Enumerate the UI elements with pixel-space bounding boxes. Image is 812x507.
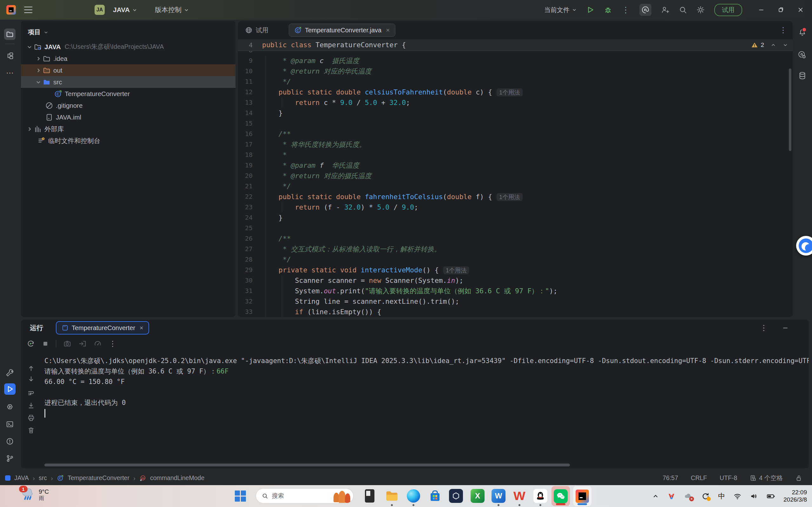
caret-position-widget[interactable]: 76:57 — [663, 474, 678, 482]
console-kebab-icon[interactable]: ⋮ — [109, 339, 116, 348]
scroll-to-end-icon[interactable] — [27, 401, 36, 410]
code-line-8[interactable]: 8 * — [238, 51, 793, 55]
code-line-23[interactable]: 23 return (f - 32.0) * 5.0 / 9.0; — [238, 202, 793, 213]
windows-start-button[interactable] — [235, 491, 246, 502]
project-tool-button[interactable] — [4, 29, 15, 40]
console-horizontal-scrollbar[interactable] — [44, 463, 570, 466]
code-line-13[interactable]: 13 return c * 9.0 / 5.0 + 32.0; — [238, 97, 793, 108]
chevron-right-icon[interactable] — [34, 55, 43, 62]
minimize-button[interactable] — [758, 7, 764, 13]
code-line-25[interactable]: 25 — [238, 223, 793, 233]
tree-item-.gitignore[interactable]: .gitignore — [21, 100, 236, 111]
tree-item-JAVA[interactable]: JAVAC:\Users\朱彦硕\IdeaProjects\JAVA — [21, 41, 236, 53]
project-panel-header[interactable]: 项目 — [21, 21, 236, 41]
speaker-icon[interactable] — [750, 492, 758, 500]
hide-tool-window-icon[interactable] — [782, 325, 789, 331]
chevron-right-icon[interactable] — [26, 125, 34, 133]
trial-button[interactable]: 试用 — [714, 4, 742, 16]
taskbar-qq[interactable] — [533, 489, 548, 503]
encoding-widget[interactable]: UTF-8 — [720, 474, 737, 482]
search-everywhere-button[interactable] — [679, 6, 687, 14]
taskbar-dark-app[interactable] — [449, 489, 463, 503]
code-line-24[interactable]: 24 } — [238, 213, 793, 223]
wps-tray-icon[interactable] — [667, 492, 675, 500]
taskbar-edge[interactable] — [406, 489, 421, 503]
code-line-30[interactable]: 30 Scanner scanner = new Scanner(System.… — [238, 275, 793, 286]
breadcrumb-module[interactable]: JAVA — [14, 474, 29, 482]
run-tab[interactable]: TemperatureConverter × — [56, 321, 149, 335]
prev-problem-icon[interactable] — [770, 42, 776, 48]
taskbar-word[interactable]: W — [491, 489, 506, 503]
tree-item-src[interactable]: src — [21, 76, 236, 88]
close-run-tab-icon[interactable]: × — [140, 324, 143, 332]
ai-assistant-button[interactable] — [640, 4, 651, 16]
code-line-32[interactable]: 32 String line = scanner.nextLine().trim… — [238, 296, 793, 306]
more-tool-windows-button[interactable]: ⋯ — [4, 67, 15, 79]
line-separator-widget[interactable]: CRLF — [691, 474, 707, 482]
wifi-icon[interactable] — [733, 492, 742, 500]
indent-widget[interactable]: 4 个空格 — [750, 474, 783, 482]
cloud-sync-error-icon[interactable]: × — [684, 492, 693, 501]
tree-item-out[interactable]: out — [21, 64, 236, 76]
git-tool-button[interactable] — [4, 453, 15, 464]
chevron-right-icon[interactable] — [34, 67, 43, 74]
usages-inlay-hint[interactable]: 1个用法 — [497, 193, 523, 201]
down-stacktrace-icon[interactable] — [27, 375, 36, 383]
code-line-28[interactable]: 28 */ — [238, 254, 793, 265]
run-options-kebab-icon[interactable]: ⋮ — [760, 324, 768, 332]
code-line-22[interactable]: 22 public static double fahrenheitToCels… — [238, 191, 793, 202]
battery-icon[interactable] — [766, 492, 775, 501]
breadcrumb-class[interactable]: TemperatureConverter — [67, 474, 130, 482]
tree-item-临时文件和控制台[interactable]: 临时文件和控制台 — [21, 135, 236, 147]
code-line-20[interactable]: 20 * @return 对应的摄氏温度 — [238, 171, 793, 181]
tree-item-TemperatureConverter[interactable]: CTemperatureConverter — [21, 88, 236, 100]
profiler-button[interactable] — [94, 340, 102, 348]
code-line-29[interactable]: 29 private static void interactiveMode()… — [238, 265, 793, 275]
more-actions-button[interactable]: ⋮ — [622, 5, 630, 15]
chevron-down-icon[interactable] — [26, 43, 34, 51]
ai-chat-tool-button[interactable] — [797, 49, 808, 60]
ime-indicator[interactable]: 中 — [718, 492, 725, 501]
taskbar-file-explorer[interactable] — [385, 489, 399, 503]
database-tool-button[interactable] — [797, 70, 808, 81]
project-avatar[interactable]: JA — [95, 5, 105, 15]
code-line-9[interactable]: 9 * @param c 摄氏温度 — [238, 55, 793, 66]
code-line-16[interactable]: 16 /** — [238, 129, 793, 139]
print-icon[interactable] — [27, 413, 36, 422]
code-line-21[interactable]: 21 */ — [238, 181, 793, 191]
commit-tool-button[interactable] — [4, 50, 15, 61]
run-tool-button[interactable] — [4, 383, 15, 395]
taskbar-device-app[interactable] — [362, 489, 377, 503]
build-tool-button[interactable] — [4, 367, 15, 378]
tree-item-.idea[interactable]: .idea — [21, 53, 236, 64]
taskbar-wechat-active[interactable] — [552, 486, 570, 506]
up-stacktrace-icon[interactable] — [27, 364, 36, 373]
clear-console-icon[interactable] — [27, 426, 36, 435]
taskbar-microsoft-store[interactable] — [428, 489, 442, 503]
code-line-12[interactable]: 12 public static double celsiusToFahrenh… — [238, 87, 793, 97]
code-with-me-button[interactable] — [661, 6, 669, 14]
settings-button[interactable] — [697, 6, 705, 14]
code-line-17[interactable]: 17 * 将华氏度转换为摄氏度。 — [238, 139, 793, 150]
warning-icon[interactable] — [751, 42, 758, 49]
taskbar-search[interactable]: 搜索 — [256, 488, 353, 504]
run-button[interactable] — [586, 6, 594, 14]
code-line-33[interactable]: 33 if (line.isEmpty()) { — [238, 306, 793, 317]
close-button[interactable] — [797, 7, 804, 13]
soft-wrap-icon[interactable] — [27, 389, 36, 398]
terminal-tool-button[interactable] — [4, 418, 15, 430]
breadcrumb-src[interactable]: src — [39, 474, 47, 482]
code-line-18[interactable]: 18 * — [238, 150, 793, 160]
attach-debugger-button[interactable] — [79, 340, 87, 348]
code-area[interactable]: 8 *9 * @param c 摄氏温度10 * @return 对应的华氏温度… — [238, 51, 793, 317]
notifications-bell-icon[interactable] — [797, 26, 808, 38]
breadcrumb-method[interactable]: commandLineMode — [150, 474, 204, 482]
active-file-tab[interactable]: C TemperatureConverter.java × — [289, 23, 395, 37]
taskbar-excel[interactable]: X — [470, 489, 485, 503]
code-line-26[interactable]: 26 /** — [238, 233, 793, 244]
usages-inlay-hint[interactable]: 1个用法 — [443, 266, 469, 274]
code-line-19[interactable]: 19 * @param f 华氏温度 — [238, 160, 793, 171]
code-line-10[interactable]: 10 * @return 对应的华氏温度 — [238, 66, 793, 76]
editor-vertical-scrollbar[interactable] — [789, 68, 792, 151]
code-line-31[interactable]: 31 System.out.print("请输入要转换的温度与单位（例如 36.… — [238, 286, 793, 296]
